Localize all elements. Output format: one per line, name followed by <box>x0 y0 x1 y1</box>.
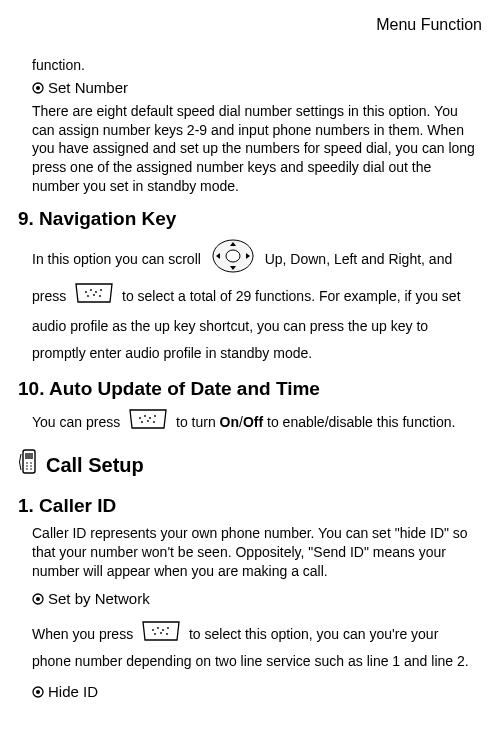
svg-point-11 <box>139 417 141 419</box>
auto-update-on: On <box>220 413 239 429</box>
auto-update-off: Off <box>243 413 263 429</box>
svg-point-13 <box>149 417 151 419</box>
svg-point-22 <box>26 465 28 467</box>
bullet-dot-icon <box>32 683 44 703</box>
svg-point-9 <box>93 294 95 296</box>
auto-update-text-1a: You can press <box>32 413 120 429</box>
svg-point-30 <box>162 629 164 631</box>
heading-set-number: Set Number <box>32 78 478 99</box>
heading-navigation-key: 9. Navigation Key <box>18 206 482 232</box>
heading-hide-id-label: Hide ID <box>48 683 98 700</box>
svg-point-20 <box>26 462 28 464</box>
svg-point-1 <box>36 86 40 90</box>
svg-rect-19 <box>25 453 33 459</box>
dpad-icon <box>211 238 255 283</box>
heading-hide-id: Hide ID <box>32 682 478 703</box>
svg-point-4 <box>85 291 87 293</box>
heading-set-by-network: Set by Network <box>32 589 478 610</box>
svg-point-29 <box>157 627 159 629</box>
svg-point-12 <box>144 415 146 417</box>
bullet-dot-icon <box>32 590 44 610</box>
svg-point-5 <box>90 289 92 291</box>
fragment-function: function. <box>32 56 478 75</box>
auto-update-after: to enable/disable this function. <box>263 413 455 429</box>
svg-point-6 <box>95 291 97 293</box>
svg-point-33 <box>160 632 162 634</box>
svg-point-21 <box>30 462 32 464</box>
svg-point-36 <box>36 690 40 694</box>
navkey-text-1a: In this option you can scroll <box>32 251 201 267</box>
navkey-paragraph: In this option you can scroll Up, Down, … <box>32 238 478 366</box>
heading-call-setup-label: Call Setup <box>46 452 144 479</box>
auto-update-paragraph: You can press to turn On/Off to enable/d… <box>32 408 478 438</box>
svg-point-27 <box>36 597 40 601</box>
heading-set-by-network-label: Set by Network <box>48 590 150 607</box>
svg-point-16 <box>147 420 149 422</box>
softkey-icon <box>141 620 181 650</box>
heading-caller-id: 1. Caller ID <box>18 493 482 519</box>
svg-point-31 <box>167 627 169 629</box>
caller-id-body: Caller ID represents your own phone numb… <box>32 524 478 581</box>
svg-point-23 <box>30 465 32 467</box>
svg-point-28 <box>152 629 154 631</box>
auto-update-before: to turn <box>176 413 220 429</box>
softkey-icon <box>128 408 168 438</box>
svg-point-17 <box>153 421 155 423</box>
svg-point-24 <box>26 468 28 470</box>
svg-point-8 <box>87 295 89 297</box>
set-number-body: There are eight default speed dial numbe… <box>32 102 478 196</box>
svg-point-7 <box>100 289 102 291</box>
navkey-text-1b: Up, Down, Left and Right, <box>265 251 425 267</box>
svg-point-34 <box>166 633 168 635</box>
heading-auto-update: 10. Auto Update of Date and Time <box>18 376 482 402</box>
heading-call-setup: Call Setup <box>18 448 482 483</box>
svg-point-10 <box>99 295 101 297</box>
svg-point-3 <box>226 250 240 262</box>
page-header: Menu Function <box>18 14 482 36</box>
phone-icon <box>18 448 40 483</box>
heading-set-number-label: Set Number <box>48 79 128 96</box>
svg-point-15 <box>141 421 143 423</box>
svg-point-25 <box>30 468 32 470</box>
set-by-network-1a: When you press <box>32 626 133 642</box>
svg-point-32 <box>154 633 156 635</box>
svg-point-14 <box>154 415 156 417</box>
bullet-dot-icon <box>32 79 44 99</box>
softkey-icon <box>74 282 114 313</box>
set-by-network-paragraph: When you press to select this option, yo… <box>32 620 478 674</box>
